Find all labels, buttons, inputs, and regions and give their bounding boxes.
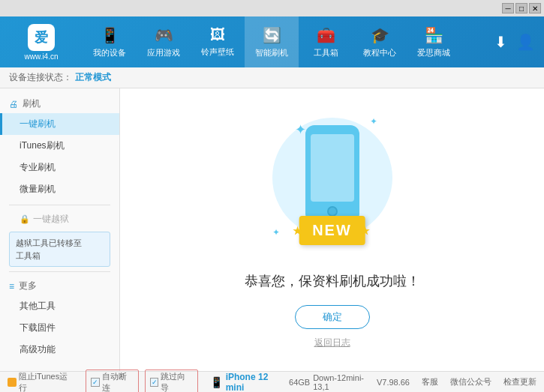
more-section-icon: ≡ [9, 281, 14, 292]
sidebar-item-pro-flash[interactable]: 专业刷机 [0, 157, 119, 178]
device-name: iPhone 12 mini [226, 372, 286, 393]
skip-guide-label: 跳过向导 [161, 371, 192, 393]
nav-tools[interactable]: 🧰 工具箱 [299, 16, 353, 67]
store-icon: 🏪 [425, 26, 443, 44]
auto-close-label: 自动断连 [102, 371, 134, 393]
auto-close-checkbox[interactable]: ✓ [91, 378, 100, 387]
tools-icon: 🧰 [317, 26, 335, 44]
title-bar: ─ □ ✕ [0, 0, 544, 16]
sidebar-section-more-title: ≡ 更多 [0, 277, 119, 295]
skip-guide-checkbox-container: ✓ 跳过向导 [145, 370, 198, 393]
logo-area: 爱 www.i4.cn [0, 24, 83, 61]
sidebar-item-advanced[interactable]: 高级功能 [0, 339, 119, 361]
skip-guide-checkbox[interactable]: ✓ [150, 378, 159, 387]
main-layout: 🖨 刷机 一键刷机 iTunes刷机 专业刷机 微量刷机 🔒 一键越狱 越狱工具… [0, 88, 544, 371]
status-bar: 设备连接状态： 正常模式 [0, 67, 544, 88]
download-button[interactable]: ⬇ [494, 33, 507, 51]
lock-icon: 🔒 [20, 214, 30, 224]
tutorials-icon: 🎓 [371, 26, 389, 44]
logo-icon: 爱 [28, 24, 55, 51]
smart-flash-icon: 🔄 [263, 26, 281, 44]
sidebar-item-other-tools[interactable]: 其他工具 [0, 295, 119, 317]
new-banner: NEW [299, 216, 365, 245]
device-info: 📱 iPhone 12 mini 64GB Down-12mini-13,1 [210, 372, 377, 393]
nav-tutorials-label: 教程中心 [363, 47, 396, 58]
content-area: ✦ ✦ ✦ NEW 恭喜您，保资料刷机成功啦！ 确定 返回日志 [120, 88, 544, 371]
customer-service-link[interactable]: 客服 [422, 376, 438, 388]
sidebar-item-download-firmware[interactable]: 下载固件 [0, 317, 119, 339]
sidebar-section-more: ≡ 更多 其他工具 下载固件 高级功能 [0, 277, 119, 361]
sidebar-divider-1 [9, 205, 110, 205]
header: 爱 www.i4.cn 📱 我的设备 🎮 应用游戏 🖼 铃声壁纸 🔄 智能刷机 … [0, 16, 544, 67]
wechat-link[interactable]: 微信公众号 [450, 376, 491, 388]
nav-items: 📱 我的设备 🎮 应用游戏 🖼 铃声壁纸 🔄 智能刷机 🧰 工具箱 🎓 教程中心… [83, 16, 494, 67]
sidebar-section-jailbreak: 🔒 一键越狱 越狱工具已转移至工具箱 [0, 210, 119, 267]
nav-apps-label: 应用游戏 [147, 47, 180, 58]
nav-right: ⬇ 👤 [494, 33, 544, 51]
bottom-right: V7.98.66 客服 微信公众号 检查更新 [377, 376, 536, 388]
status-label: 设备连接状态： [9, 71, 72, 84]
phone-home-button [327, 206, 338, 217]
stop-itunes-button[interactable]: 阻止iTunes运行 [8, 371, 74, 393]
bottom-bar: 阻止iTunes运行 ✓ 自动断连 ✓ 跳过向导 📱 iPhone 12 min… [0, 371, 544, 392]
nav-tutorials[interactable]: 🎓 教程中心 [353, 16, 407, 67]
device-storage: 64GB [289, 378, 310, 387]
jailbreak-label: 一键越狱 [33, 213, 69, 226]
back-link[interactable]: 返回日志 [314, 337, 350, 349]
more-section-label: 更多 [19, 280, 37, 292]
sidebar-divider-2 [9, 271, 110, 272]
close-button[interactable]: ✕ [529, 3, 541, 13]
sidebar-item-itunes-flash[interactable]: iTunes刷机 [0, 135, 119, 157]
apps-icon: 🎮 [155, 26, 173, 44]
nav-apps[interactable]: 🎮 应用游戏 [137, 16, 191, 67]
stop-itunes-label: 阻止iTunes运行 [19, 371, 74, 393]
phone-body [305, 125, 359, 223]
sidebar-item-one-key-flash[interactable]: 一键刷机 [0, 113, 119, 135]
user-button[interactable]: 👤 [516, 33, 535, 51]
restore-button[interactable]: □ [515, 3, 527, 13]
logo-text: www.i4.cn [24, 52, 58, 61]
device-phone-icon: 📱 [210, 376, 223, 388]
phone-screen [311, 134, 354, 202]
sidebar-item-micro-flash[interactable]: 微量刷机 [0, 178, 119, 200]
nav-smart-flash-label: 智能刷机 [255, 47, 288, 58]
nav-wallpaper[interactable]: 🖼 铃声壁纸 [191, 16, 245, 67]
stop-icon [8, 378, 17, 387]
flash-section-label: 刷机 [23, 97, 41, 110]
sparkle-3: ✦ [272, 227, 280, 238]
minimize-button[interactable]: ─ [502, 3, 514, 13]
flash-section-icon: 🖨 [9, 99, 18, 109]
nav-my-device-label: 我的设备 [93, 47, 126, 58]
sparkle-1: ✦ [295, 121, 306, 138]
sidebar-jailbreak-note: 越狱工具已转移至工具箱 [9, 232, 110, 267]
status-value: 正常模式 [75, 71, 111, 84]
success-text: 恭喜您，保资料刷机成功啦！ [245, 272, 420, 290]
nav-store-label: 爱思商城 [417, 47, 450, 58]
my-device-icon: 📱 [101, 26, 119, 44]
confirm-button[interactable]: 确定 [295, 305, 370, 329]
nav-wallpaper-label: 铃声壁纸 [201, 46, 234, 58]
nav-my-device[interactable]: 📱 我的设备 [83, 16, 137, 67]
auto-close-checkbox-container: ✓ 自动断连 [86, 370, 139, 393]
sparkle-2: ✦ [370, 116, 377, 127]
check-update-link[interactable]: 检查更新 [503, 376, 536, 388]
bottom-left: 阻止iTunes运行 ✓ 自动断连 ✓ 跳过向导 📱 iPhone 12 min… [8, 370, 377, 393]
sidebar-section-flash-title: 🖨 刷机 [0, 94, 119, 113]
sidebar-jailbreak-title: 🔒 一键越狱 [0, 210, 119, 229]
wallpaper-icon: 🖼 [210, 26, 225, 43]
nav-tools-label: 工具箱 [314, 47, 338, 58]
sidebar-section-flash: 🖨 刷机 一键刷机 iTunes刷机 专业刷机 微量刷机 [0, 94, 119, 200]
phone-illustration: ✦ ✦ ✦ NEW [250, 110, 415, 260]
sidebar: 🖨 刷机 一键刷机 iTunes刷机 专业刷机 微量刷机 🔒 一键越狱 越狱工具… [0, 88, 120, 371]
nav-store[interactable]: 🏪 爱思商城 [407, 16, 461, 67]
logo-char: 爱 [35, 28, 48, 46]
device-model: Down-12mini-13,1 [313, 373, 377, 391]
version-label: V7.98.66 [377, 378, 410, 387]
nav-smart-flash[interactable]: 🔄 智能刷机 [245, 16, 299, 67]
